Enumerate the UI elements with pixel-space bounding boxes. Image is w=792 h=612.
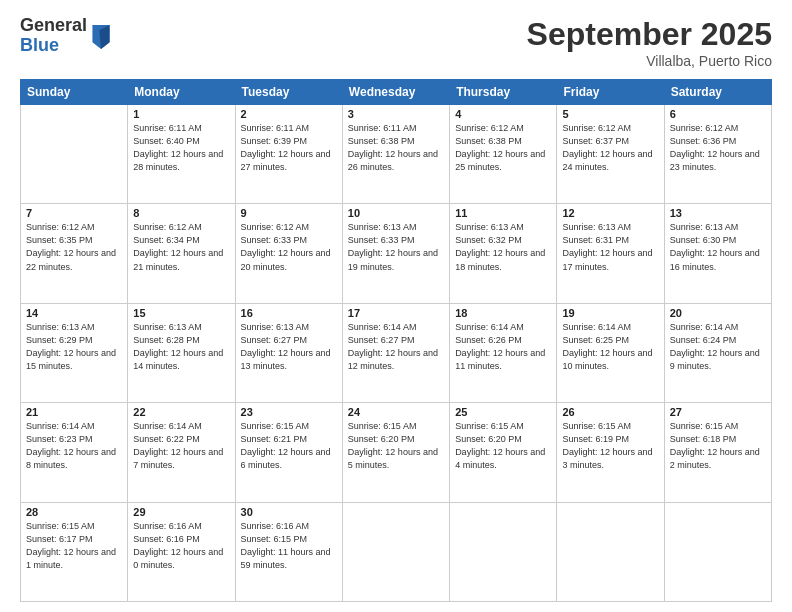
calendar-cell <box>450 502 557 601</box>
weekday-header: Saturday <box>664 80 771 105</box>
day-number: 20 <box>670 307 766 319</box>
calendar-cell: 16Sunrise: 6:13 AM Sunset: 6:27 PM Dayli… <box>235 303 342 402</box>
calendar-cell: 5Sunrise: 6:12 AM Sunset: 6:37 PM Daylig… <box>557 105 664 204</box>
calendar-week-row: 28Sunrise: 6:15 AM Sunset: 6:17 PM Dayli… <box>21 502 772 601</box>
day-info: Sunrise: 6:13 AM Sunset: 6:33 PM Dayligh… <box>348 221 444 273</box>
month-title: September 2025 <box>527 16 772 53</box>
day-number: 11 <box>455 207 551 219</box>
day-number: 3 <box>348 108 444 120</box>
calendar-week-row: 21Sunrise: 6:14 AM Sunset: 6:23 PM Dayli… <box>21 403 772 502</box>
day-number: 7 <box>26 207 122 219</box>
calendar-table: SundayMondayTuesdayWednesdayThursdayFrid… <box>20 79 772 602</box>
calendar-week-row: 1Sunrise: 6:11 AM Sunset: 6:40 PM Daylig… <box>21 105 772 204</box>
day-number: 14 <box>26 307 122 319</box>
calendar-cell: 18Sunrise: 6:14 AM Sunset: 6:26 PM Dayli… <box>450 303 557 402</box>
day-info: Sunrise: 6:11 AM Sunset: 6:39 PM Dayligh… <box>241 122 337 174</box>
logo-icon <box>91 25 111 49</box>
day-number: 4 <box>455 108 551 120</box>
location: Villalba, Puerto Rico <box>527 53 772 69</box>
page: General Blue September 2025 Villalba, Pu… <box>0 0 792 612</box>
day-info: Sunrise: 6:14 AM Sunset: 6:26 PM Dayligh… <box>455 321 551 373</box>
day-number: 21 <box>26 406 122 418</box>
day-number: 22 <box>133 406 229 418</box>
day-info: Sunrise: 6:15 AM Sunset: 6:19 PM Dayligh… <box>562 420 658 472</box>
day-number: 19 <box>562 307 658 319</box>
day-info: Sunrise: 6:12 AM Sunset: 6:36 PM Dayligh… <box>670 122 766 174</box>
calendar-week-row: 7Sunrise: 6:12 AM Sunset: 6:35 PM Daylig… <box>21 204 772 303</box>
day-info: Sunrise: 6:13 AM Sunset: 6:30 PM Dayligh… <box>670 221 766 273</box>
day-info: Sunrise: 6:13 AM Sunset: 6:31 PM Dayligh… <box>562 221 658 273</box>
calendar-cell: 10Sunrise: 6:13 AM Sunset: 6:33 PM Dayli… <box>342 204 449 303</box>
calendar-cell: 25Sunrise: 6:15 AM Sunset: 6:20 PM Dayli… <box>450 403 557 502</box>
day-info: Sunrise: 6:14 AM Sunset: 6:23 PM Dayligh… <box>26 420 122 472</box>
day-info: Sunrise: 6:12 AM Sunset: 6:35 PM Dayligh… <box>26 221 122 273</box>
weekday-header: Tuesday <box>235 80 342 105</box>
calendar-cell: 28Sunrise: 6:15 AM Sunset: 6:17 PM Dayli… <box>21 502 128 601</box>
calendar-cell <box>21 105 128 204</box>
day-info: Sunrise: 6:12 AM Sunset: 6:38 PM Dayligh… <box>455 122 551 174</box>
calendar-cell <box>664 502 771 601</box>
day-number: 16 <box>241 307 337 319</box>
title-block: September 2025 Villalba, Puerto Rico <box>527 16 772 69</box>
day-info: Sunrise: 6:12 AM Sunset: 6:33 PM Dayligh… <box>241 221 337 273</box>
calendar-cell: 2Sunrise: 6:11 AM Sunset: 6:39 PM Daylig… <box>235 105 342 204</box>
day-number: 10 <box>348 207 444 219</box>
calendar-cell: 11Sunrise: 6:13 AM Sunset: 6:32 PM Dayli… <box>450 204 557 303</box>
day-number: 28 <box>26 506 122 518</box>
logo-blue: Blue <box>20 36 87 56</box>
day-number: 8 <box>133 207 229 219</box>
calendar-cell: 17Sunrise: 6:14 AM Sunset: 6:27 PM Dayli… <box>342 303 449 402</box>
day-number: 29 <box>133 506 229 518</box>
calendar-cell: 30Sunrise: 6:16 AM Sunset: 6:15 PM Dayli… <box>235 502 342 601</box>
calendar-cell: 27Sunrise: 6:15 AM Sunset: 6:18 PM Dayli… <box>664 403 771 502</box>
weekday-header: Wednesday <box>342 80 449 105</box>
calendar-cell: 7Sunrise: 6:12 AM Sunset: 6:35 PM Daylig… <box>21 204 128 303</box>
day-number: 13 <box>670 207 766 219</box>
day-info: Sunrise: 6:12 AM Sunset: 6:34 PM Dayligh… <box>133 221 229 273</box>
day-info: Sunrise: 6:13 AM Sunset: 6:29 PM Dayligh… <box>26 321 122 373</box>
day-number: 25 <box>455 406 551 418</box>
day-number: 2 <box>241 108 337 120</box>
day-info: Sunrise: 6:15 AM Sunset: 6:21 PM Dayligh… <box>241 420 337 472</box>
day-info: Sunrise: 6:11 AM Sunset: 6:40 PM Dayligh… <box>133 122 229 174</box>
day-info: Sunrise: 6:14 AM Sunset: 6:24 PM Dayligh… <box>670 321 766 373</box>
calendar-cell: 14Sunrise: 6:13 AM Sunset: 6:29 PM Dayli… <box>21 303 128 402</box>
calendar-cell: 20Sunrise: 6:14 AM Sunset: 6:24 PM Dayli… <box>664 303 771 402</box>
header: General Blue September 2025 Villalba, Pu… <box>20 16 772 69</box>
day-number: 30 <box>241 506 337 518</box>
day-info: Sunrise: 6:16 AM Sunset: 6:15 PM Dayligh… <box>241 520 337 572</box>
day-info: Sunrise: 6:15 AM Sunset: 6:20 PM Dayligh… <box>455 420 551 472</box>
calendar-cell: 12Sunrise: 6:13 AM Sunset: 6:31 PM Dayli… <box>557 204 664 303</box>
day-number: 6 <box>670 108 766 120</box>
day-number: 15 <box>133 307 229 319</box>
day-number: 1 <box>133 108 229 120</box>
logo: General Blue <box>20 16 111 56</box>
calendar-cell: 19Sunrise: 6:14 AM Sunset: 6:25 PM Dayli… <box>557 303 664 402</box>
calendar-cell: 24Sunrise: 6:15 AM Sunset: 6:20 PM Dayli… <box>342 403 449 502</box>
logo-general: General <box>20 16 87 36</box>
day-info: Sunrise: 6:16 AM Sunset: 6:16 PM Dayligh… <box>133 520 229 572</box>
calendar-cell: 21Sunrise: 6:14 AM Sunset: 6:23 PM Dayli… <box>21 403 128 502</box>
day-number: 23 <box>241 406 337 418</box>
day-number: 18 <box>455 307 551 319</box>
calendar-cell: 3Sunrise: 6:11 AM Sunset: 6:38 PM Daylig… <box>342 105 449 204</box>
day-info: Sunrise: 6:15 AM Sunset: 6:18 PM Dayligh… <box>670 420 766 472</box>
calendar-cell: 1Sunrise: 6:11 AM Sunset: 6:40 PM Daylig… <box>128 105 235 204</box>
calendar-cell: 26Sunrise: 6:15 AM Sunset: 6:19 PM Dayli… <box>557 403 664 502</box>
calendar-cell: 22Sunrise: 6:14 AM Sunset: 6:22 PM Dayli… <box>128 403 235 502</box>
day-number: 24 <box>348 406 444 418</box>
weekday-header: Sunday <box>21 80 128 105</box>
day-info: Sunrise: 6:15 AM Sunset: 6:17 PM Dayligh… <box>26 520 122 572</box>
calendar-cell: 23Sunrise: 6:15 AM Sunset: 6:21 PM Dayli… <box>235 403 342 502</box>
calendar-cell: 4Sunrise: 6:12 AM Sunset: 6:38 PM Daylig… <box>450 105 557 204</box>
calendar-cell <box>342 502 449 601</box>
calendar-cell: 8Sunrise: 6:12 AM Sunset: 6:34 PM Daylig… <box>128 204 235 303</box>
calendar-header-row: SundayMondayTuesdayWednesdayThursdayFrid… <box>21 80 772 105</box>
day-info: Sunrise: 6:13 AM Sunset: 6:28 PM Dayligh… <box>133 321 229 373</box>
day-number: 5 <box>562 108 658 120</box>
weekday-header: Monday <box>128 80 235 105</box>
day-number: 17 <box>348 307 444 319</box>
day-number: 26 <box>562 406 658 418</box>
day-info: Sunrise: 6:15 AM Sunset: 6:20 PM Dayligh… <box>348 420 444 472</box>
day-info: Sunrise: 6:11 AM Sunset: 6:38 PM Dayligh… <box>348 122 444 174</box>
